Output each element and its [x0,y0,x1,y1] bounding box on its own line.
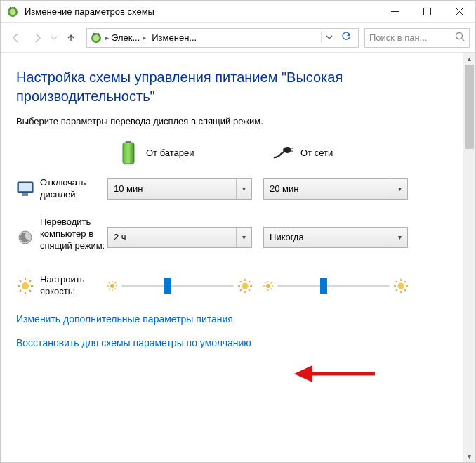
dropdown-value: Никогда [270,232,392,242]
svg-rect-5 [423,8,430,15]
sun-small-icon [263,281,273,291]
svg-point-1 [10,8,16,15]
annotation-arrow [294,363,378,386]
plug-icon [272,141,293,164]
sun-large-icon [394,279,408,293]
advanced-settings-link[interactable]: Изменить дополнительные параметры питани… [16,313,449,325]
scroll-thumb[interactable] [465,65,474,149]
refresh-button[interactable] [337,32,355,44]
row-sleep: Переводить компьютер в спящий режим: 2 ч… [16,216,449,259]
svg-rect-20 [19,183,32,191]
slider-thumb[interactable] [164,278,171,294]
sun-small-icon [107,281,117,291]
svg-line-56 [271,288,272,289]
display-off-plugged-dropdown[interactable]: 20 мин ▾ [263,178,408,200]
window-title: Изменение параметров схемы [25,6,378,17]
navbar: ▸ Элек... ▸ Изменен... Поиск в пан... [1,23,475,53]
brightness-plugged-slider[interactable] [263,279,408,293]
svg-line-28 [20,280,21,282]
page-title: Настройка схемы управления питанием "Выс… [16,68,449,106]
column-headers: От батареи От сети [16,141,449,164]
svg-line-30 [29,280,31,282]
dropdown-value: 20 мин [270,183,392,194]
power-plan-appicon [6,6,19,18]
svg-rect-3 [14,7,15,9]
power-plan-icon [90,32,103,44]
brightness-battery-slider[interactable] [107,279,252,293]
chevron-right-icon: ▸ [143,34,146,41]
row-sleep-label: Переводить компьютер в спящий режим: [40,216,107,259]
svg-rect-15 [123,143,134,164]
sleep-plugged-dropdown[interactable]: Никогда ▾ [263,227,408,248]
content-panel: Настройка схемы управления питанием "Выс… [1,53,463,462]
display-off-battery-dropdown[interactable]: 10 мин ▾ [107,178,252,200]
row-brightness-label: Настроить яркость: [40,274,107,298]
breadcrumb[interactable]: ▸ Элек... ▸ Изменен... [86,28,359,48]
svg-line-49 [240,289,242,291]
column-plugged: От сети [272,141,427,164]
sun-large-icon [238,279,252,293]
breadcrumb-seg-2[interactable]: Изменен... [149,32,199,43]
svg-line-31 [20,290,21,292]
svg-line-65 [404,289,406,291]
column-plugged-label: От сети [300,148,333,158]
scroll-track[interactable] [463,65,475,450]
svg-line-38 [115,288,117,289]
svg-point-23 [22,282,29,289]
svg-marker-69 [294,365,312,382]
moon-icon [16,228,34,247]
vertical-scrollbar[interactable]: ▲ ▼ [463,53,475,462]
svg-rect-17 [291,148,293,149]
svg-point-9 [93,34,100,41]
maximize-button[interactable] [411,1,443,22]
slider-thumb[interactable] [320,278,327,294]
breadcrumb-seg-1-label: Элек... [112,32,140,43]
svg-line-66 [404,281,406,282]
svg-line-55 [265,282,266,284]
chevron-down-icon: ▾ [236,228,251,247]
search-input[interactable]: Поиск в пан... [364,28,470,48]
row-brightness: Настроить яркость: [16,274,449,298]
minimize-button[interactable] [378,1,411,22]
nav-recent-dropdown[interactable] [48,28,60,48]
dropdown-value: 2 ч [114,232,236,242]
search-icon [455,32,465,44]
svg-line-47 [249,289,250,291]
svg-line-40 [109,288,110,289]
titlebar: Изменение параметров схемы [1,1,475,23]
slider-track[interactable] [121,285,234,287]
close-button[interactable] [443,1,475,22]
breadcrumb-dropdown[interactable] [321,32,337,43]
svg-line-39 [115,282,117,284]
svg-line-64 [396,281,397,282]
column-battery: От батареи [118,141,272,164]
svg-point-41 [242,282,249,289]
breadcrumb-seg-1[interactable]: Элек... ▸ [109,32,149,43]
restore-defaults-link[interactable]: Восстановить для схемы параметры по умол… [16,337,449,348]
scroll-down-button[interactable]: ▼ [463,450,475,462]
battery-icon [118,141,139,164]
nav-back-button[interactable] [6,28,26,48]
chevron-down-icon: ▾ [236,179,251,199]
search-placeholder: Поиск в пан... [369,32,451,43]
svg-rect-11 [98,33,99,35]
svg-line-48 [249,281,250,282]
row-display-off-label: Отключать дисплей: [40,177,107,201]
svg-rect-18 [291,150,293,152]
slider-track[interactable] [277,285,390,287]
sleep-battery-dropdown[interactable]: 2 ч ▾ [107,227,252,248]
monitor-icon [16,180,34,198]
svg-point-50 [266,284,270,288]
svg-line-58 [265,288,266,289]
svg-point-32 [110,284,114,288]
nav-forward-button[interactable] [27,28,47,48]
nav-up-button[interactable] [61,28,81,48]
breadcrumb-seg-2-label: Изменен... [152,32,197,43]
column-battery-label: От батареи [146,148,194,158]
svg-line-37 [109,282,110,284]
svg-point-16 [283,147,291,153]
svg-rect-10 [93,33,95,35]
scroll-up-button[interactable]: ▲ [463,53,475,65]
row-display-off: Отключать дисплей: 10 мин ▾ 20 мин ▾ [16,177,449,201]
svg-line-29 [29,290,31,292]
